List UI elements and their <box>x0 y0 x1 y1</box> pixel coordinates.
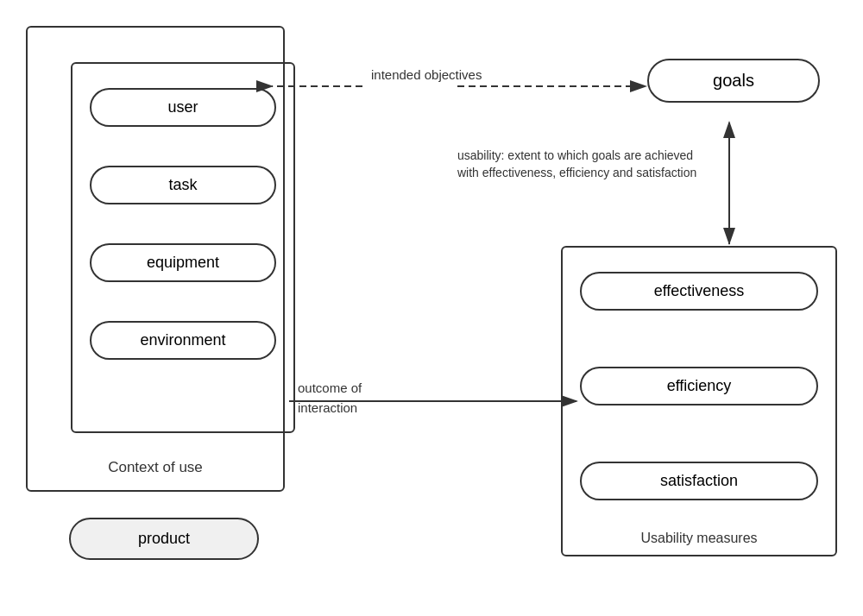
usability-box: effectiveness efficiency satisfaction Us… <box>561 246 837 556</box>
label-intended-objectives: intended objectives <box>371 67 482 82</box>
context-box: user task equipment environment Context … <box>26 26 285 492</box>
pill-satisfaction: satisfaction <box>580 462 818 500</box>
label-usability-description-2: with effectiveness, efficiency and satis… <box>457 166 696 179</box>
label-outcome-1: outcome of <box>298 380 362 395</box>
pill-environment: environment <box>90 321 276 360</box>
pill-user: user <box>90 88 276 127</box>
context-inner-box: user task equipment environment <box>71 62 295 433</box>
context-label: Context of use <box>28 459 283 476</box>
pill-equipment: equipment <box>90 243 276 282</box>
pill-goals: goals <box>647 59 820 103</box>
label-outcome-2: interaction <box>298 400 357 415</box>
usability-label: Usability measures <box>563 531 835 546</box>
pill-efficiency: efficiency <box>580 367 818 405</box>
pill-task: task <box>90 166 276 204</box>
label-usability-description-1: usability: extent to which goals are ach… <box>457 148 693 162</box>
pill-effectiveness: effectiveness <box>580 272 818 311</box>
diagram-container: user task equipment environment Context … <box>0 0 863 616</box>
pill-product: product <box>69 518 259 560</box>
